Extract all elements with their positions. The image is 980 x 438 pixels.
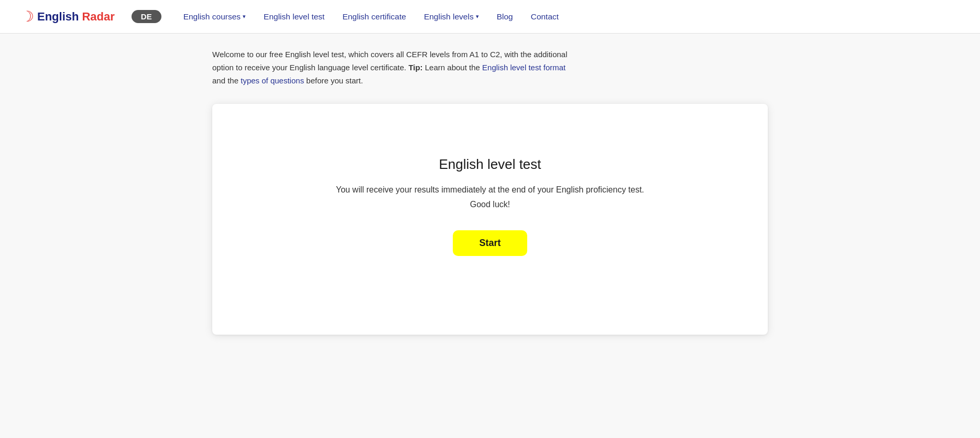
intro-link-test-format[interactable]: English level test format <box>482 63 565 72</box>
language-badge[interactable]: DE <box>132 10 161 23</box>
chevron-down-icon: ▾ <box>243 13 246 20</box>
card-title: English level test <box>439 156 541 173</box>
nav-label-english-certificate: English certificate <box>342 12 406 22</box>
intro-tip-label: Tip: <box>408 63 422 72</box>
logo[interactable]: ☽ EnglishRadar <box>21 9 115 24</box>
nav-label-contact: Contact <box>531 12 559 22</box>
start-button[interactable]: Start <box>453 230 527 256</box>
nav-label-english-level-test: English level test <box>264 12 324 22</box>
logo-radar-text: Radar <box>82 10 114 24</box>
nav-item-english-level-test[interactable]: English level test <box>256 9 332 25</box>
logo-english-text: English <box>37 10 79 24</box>
chevron-down-icon-levels: ▾ <box>476 13 479 20</box>
nav-label-blog: Blog <box>497 12 513 22</box>
content-area: Welcome to our free English level test, … <box>202 34 778 356</box>
intro-paragraph: Welcome to our free English level test, … <box>212 48 569 87</box>
intro-text-between: and the <box>212 76 241 85</box>
intro-link-question-types[interactable]: types of questions <box>241 76 304 85</box>
nav-item-english-certificate[interactable]: English certificate <box>335 9 413 25</box>
nav-label-english-courses: English courses <box>183 12 241 22</box>
nav-item-contact[interactable]: Contact <box>524 9 566 25</box>
nav-label-english-levels: English levels <box>424 12 474 22</box>
card-subtitle: You will receive your results immediatel… <box>336 185 644 195</box>
nav-item-english-courses[interactable]: English courses ▾ <box>176 9 253 25</box>
logo-icon: ☽ <box>21 9 34 24</box>
nav-item-english-levels[interactable]: English levels ▾ <box>417 9 486 25</box>
header: ☽ EnglishRadar DE English courses ▾ Engl… <box>0 0 980 34</box>
nav-item-blog[interactable]: Blog <box>489 9 520 25</box>
main-nav: English courses ▾ English level test Eng… <box>176 9 959 25</box>
intro-text-after: before you start. <box>306 76 363 85</box>
card-good-luck: Good luck! <box>470 200 510 209</box>
intro-tip-text: Learn about the <box>425 63 482 72</box>
test-card: English level test You will receive your… <box>212 104 768 335</box>
